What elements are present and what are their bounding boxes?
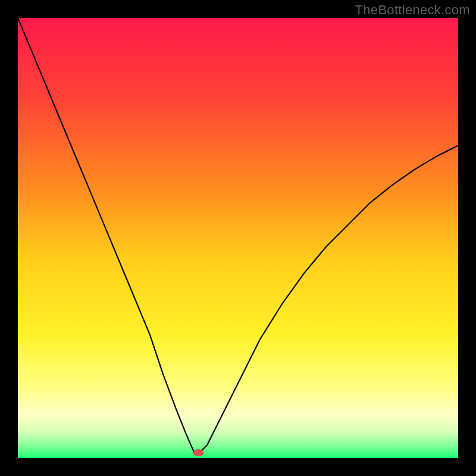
- watermark-text: TheBottleneck.com: [355, 2, 470, 18]
- plot-area: [18, 18, 458, 458]
- chart-svg: [18, 18, 458, 458]
- optimal-point-marker: [193, 449, 203, 456]
- chart-frame: TheBottleneck.com: [0, 0, 476, 476]
- gradient-background: [18, 18, 458, 458]
